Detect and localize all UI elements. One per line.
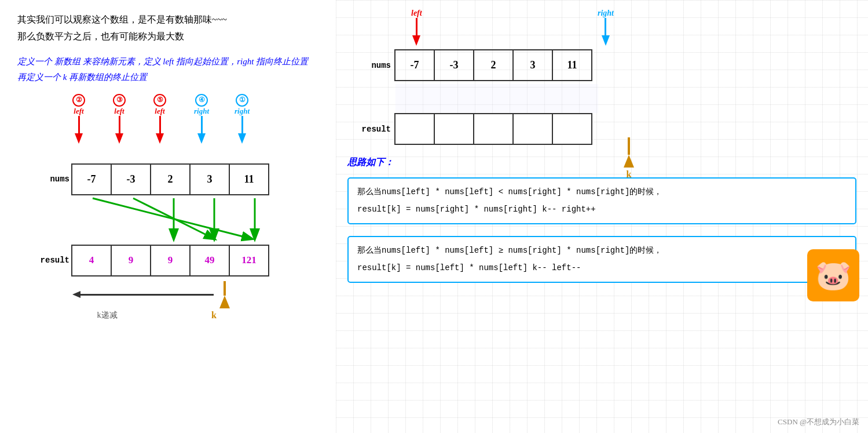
result-cell-2: 9 (150, 245, 191, 276)
cross-svg (72, 195, 275, 245)
intro-line2: 那么负数平方之后，也有可能称为最大数 (17, 28, 318, 45)
top-arrays-container: left right nums -7 (359, 9, 620, 145)
pointer-3-left: ③ left (113, 94, 126, 144)
code-box-2: 那么当nums[left] * nums[left] ≥ nums[right]… (347, 236, 856, 283)
box2-line2: result[k] = nums[left] * nums[left] k-- … (357, 261, 847, 274)
top-result-row: result k (359, 113, 620, 145)
top-result-cell-0 (394, 113, 435, 145)
top-cell-3: 3 (512, 49, 553, 81)
top-result-cell-3 (512, 113, 553, 145)
result-cells: 4 9 9 49 121 (72, 245, 269, 276)
nums-cells: -7 -3 2 3 11 (72, 163, 269, 195)
pointer-2-left: ② left (72, 94, 85, 144)
nums-row: nums -7 -3 2 3 11 (35, 163, 318, 195)
k-right-pointer: k (624, 137, 634, 180)
k-right-label: k (627, 169, 632, 180)
intro-text: 其实我们可以观察这个数组，是不是有数轴那味~~~ 那么负数平方之后，也有可能称为… (17, 12, 318, 45)
top-nums-row: nums -7 -3 2 3 11 (359, 49, 620, 81)
k-decrease-label: k递减 (72, 310, 142, 321)
top-nums-cells: -7 -3 2 3 11 (395, 49, 592, 81)
top-cell-1: -3 (434, 49, 474, 81)
k-up-arrow (219, 281, 230, 308)
top-cell-2: 2 (473, 49, 514, 81)
definition-text: 定义一个 新数组 来容纳新元素，定义 left 指向起始位置，right 指向终… (17, 54, 318, 85)
def-line1: 定义一个 新数组 来容纳新元素，定义 left 指向起始位置，right 指向终… (17, 54, 318, 70)
result-cell-3: 49 (189, 245, 230, 276)
nums-cell-0: -7 (71, 163, 112, 195)
cross-arrows (72, 195, 275, 245)
box2-line1: 那么当nums[left] * nums[left] ≥ nums[right]… (357, 244, 847, 257)
pointer-5-left: ⑤ left (153, 94, 166, 144)
top-result-cell-4 (552, 113, 592, 145)
nums-label: nums (35, 174, 69, 184)
result-label: result (35, 256, 69, 265)
top-cell-0: -7 (394, 49, 435, 81)
top-pointer-area: left right (405, 9, 620, 49)
top-section: left right nums -7 (347, 9, 856, 145)
left-arrow-head (72, 291, 80, 298)
box1-line1: 那么当nums[left] * nums[left] < nums[right]… (357, 185, 847, 198)
top-nums-label: nums (359, 61, 391, 70)
top-right-label: right (598, 9, 614, 18)
pointer-4-right: ④ right (194, 94, 209, 144)
left-panel: 其实我们可以观察这个数组，是不是有数轴那味~~~ 那么负数平方之后，也有可能称为… (0, 0, 336, 433)
result-cell-4: 121 (229, 245, 269, 276)
nums-cell-4: 11 (229, 163, 269, 195)
k-bottom-area: k递减 k (72, 281, 318, 321)
pig-image: 🐷 (807, 249, 859, 301)
nums-cell-3: 3 (189, 163, 230, 195)
def-line2: 再定义一个 k 再新数组的终止位置 (17, 70, 318, 85)
k-decrease-row (72, 281, 318, 308)
top-result-label: result (359, 125, 391, 134)
nums-cell-2: 2 (150, 163, 191, 195)
code-box-1: 那么当nums[left] * nums[left] < nums[right]… (347, 177, 856, 224)
top-result-cell-2 (473, 113, 514, 145)
result-cell-0: 4 (71, 245, 112, 276)
arrow-shaft-horizontal (80, 294, 214, 296)
thinking-title: 思路如下： (347, 157, 856, 169)
spacer (395, 84, 598, 113)
thinking-section: 思路如下： 那么当nums[left] * nums[left] < nums[… (347, 157, 856, 283)
result-row: result 4 9 9 49 121 (35, 245, 318, 276)
pointer-1-right: ① right (235, 94, 250, 144)
top-result-cells (395, 113, 592, 145)
csdn-credit: CSDN @不想成为小白菜 (778, 417, 859, 427)
box1-line2: result[k] = nums[right] * nums[right] k-… (357, 203, 847, 216)
top-left-label: left (411, 9, 422, 18)
top-cell-4: 11 (552, 49, 592, 81)
top-right-pointer: right (598, 9, 614, 46)
top-result-cell-1 (434, 113, 474, 145)
result-cell-1: 9 (111, 245, 151, 276)
top-left-pointer: left (411, 9, 422, 46)
right-panel: left right nums -7 (336, 0, 868, 433)
k-label: k (211, 310, 217, 321)
intro-line1: 其实我们可以观察这个数组，是不是有数轴那味~~~ (17, 12, 318, 28)
nums-cell-1: -3 (111, 163, 151, 195)
